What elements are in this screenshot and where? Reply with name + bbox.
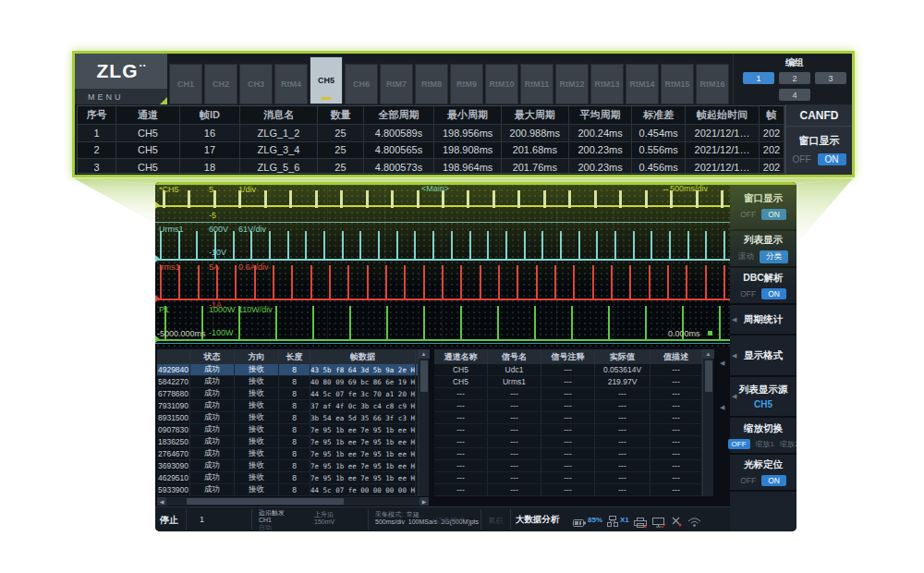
scroll-up-icon[interactable]: ▲	[703, 349, 714, 359]
tab-rtm16[interactable]: RtM16	[696, 64, 729, 104]
table-row[interactable]: 2764670成功接收87e 95 1b ee 7e 95 1b ee H	[157, 448, 429, 460]
tab-rtm4[interactable]: RtM4	[274, 64, 308, 104]
scroll-thumb[interactable]	[420, 360, 428, 392]
collapse-left-icon[interactable]: ◀	[720, 360, 724, 367]
tab-rtm9[interactable]: RtM9	[450, 64, 483, 104]
scroll-up-icon[interactable]: ▲	[419, 349, 430, 359]
table-cell: ---	[650, 436, 702, 447]
period-statistics-window: 序号通道帧ID消息名数量全部周期最小周期最大周期平均周期标准差帧起始时间帧 1C…	[75, 104, 852, 175]
toggle-option-OFF[interactable]: OFF	[740, 210, 756, 219]
toggle-option-ON[interactable]: ON	[761, 209, 786, 220]
run-state[interactable]: 停止	[160, 514, 178, 527]
table-row[interactable]: 3693090成功接收87e 95 1b ee 7e 95 1b ee H	[157, 460, 429, 472]
trigger-info[interactable]: 边沿触发 CH1 自动	[259, 509, 285, 531]
table-row[interactable]: ---------------	[434, 448, 713, 460]
tab-rtm7[interactable]: RtM7	[380, 64, 413, 104]
hscroll-track[interactable]	[166, 497, 419, 506]
table-cell: 18	[180, 159, 240, 174]
table-row[interactable]: ---------------	[434, 424, 713, 436]
scroll-left-icon[interactable]: ◀	[157, 497, 166, 506]
magnified-panel: ZLG·· MENU CH1CH2CH3RtM4CH5CH6RtM7RtM8Rt…	[72, 51, 855, 177]
table-row[interactable]: 7931090成功接收837 af 4f 0c 3b c4 c8 c9 H	[157, 400, 429, 412]
tab-ch3[interactable]: CH3	[239, 64, 273, 104]
table-row[interactable]: ---------------	[434, 388, 713, 400]
table-row[interactable]: 1836250成功接收87e 95 1b ee 7e 95 1b ee H	[157, 436, 429, 448]
table-row[interactable]: 3CH518ZLG_5_6254.800573s198.964ms201.76m…	[78, 158, 784, 174]
table-row[interactable]: ---------------	[434, 436, 713, 448]
frame-table-vscrollbar[interactable]: ▲	[418, 349, 429, 496]
sidebar-section-3[interactable]: DBC解析OFFON	[730, 268, 796, 305]
collapse-left-icon[interactable]: ◀	[720, 404, 724, 411]
toggle-option-ON[interactable]: ON	[761, 288, 786, 299]
column-header: 全部周期	[364, 106, 435, 124]
toggle-option-OFF[interactable]: OFF	[728, 439, 750, 449]
toggle-option-OFF[interactable]: OFF	[740, 289, 756, 299]
tab-rtm13[interactable]: RtM13	[590, 64, 624, 104]
tab-rtm12[interactable]: RtM12	[555, 64, 589, 104]
trace-edge-marker	[155, 335, 160, 343]
table-row[interactable]: ---------------	[434, 412, 713, 424]
trace-pulse	[323, 231, 325, 259]
table-row[interactable]: 5933900成功接收844 5c 07 fe 00 00 00 00 H	[157, 484, 429, 496]
tab-ch2[interactable]: CH2	[204, 64, 237, 104]
tab-ch1[interactable]: CH1	[169, 64, 202, 104]
waveform-area[interactable]: *CH551/div-5Urms1600V61V/div-10VIrms15A0…	[155, 182, 730, 347]
frame-table-hscrollbar[interactable]: ◀ ▶	[157, 497, 429, 506]
tab-rtm15[interactable]: RtM15	[661, 64, 694, 104]
signal-table-vscrollbar[interactable]: ▲	[702, 349, 713, 496]
tab-rtm11[interactable]: RtM11	[520, 64, 553, 104]
sidebar-section-6[interactable]: ◀列表显示源CH5	[730, 377, 796, 418]
group-button-2[interactable]: 2	[779, 72, 810, 84]
table-row[interactable]: 2CH517ZLG_3_4254.800565s198.908ms201.68m…	[78, 141, 784, 159]
table-row[interactable]: CH5Urms1---219.97V---	[434, 376, 713, 388]
bigdata-analysis-button[interactable]: 大数据分析	[516, 514, 560, 526]
off-option[interactable]: OFF	[793, 154, 811, 165]
tab-rtm10[interactable]: RtM10	[485, 64, 518, 104]
on-option[interactable]: ON	[818, 153, 846, 165]
scroll-thumb[interactable]	[705, 360, 712, 392]
zlg-logo: ZLG··	[75, 54, 167, 89]
tab-ch6[interactable]: CH6	[345, 64, 378, 104]
group-button-3[interactable]: 3	[815, 72, 846, 84]
trace-pulse	[432, 231, 434, 259]
group-button-1[interactable]: 1	[743, 72, 774, 84]
trace-edge-marker	[155, 201, 160, 209]
table-row[interactable]: 8931500成功接收83b 54 ea 5d 35 66 3f c3 H	[157, 412, 429, 424]
sidebar-section-4[interactable]: ◀周期统计	[730, 305, 796, 335]
table-row[interactable]: 0907830成功接收87e 95 1b ee 7e 95 1b ee H	[157, 424, 429, 436]
table-row[interactable]: CH5Udc1---0.053614V---	[434, 364, 713, 376]
toggle-option-ON[interactable]: ON	[761, 475, 786, 486]
trace-perdiv-label: 0.6A/div	[238, 262, 269, 272]
table-cell: ---	[595, 424, 650, 435]
toggle-option-OFF[interactable]: OFF	[740, 476, 756, 485]
sidebar-section-2[interactable]: 列表显示滚动分类	[730, 231, 796, 268]
sidebar-section-7[interactable]: 缩放切换OFF缩放1缩放2	[730, 418, 796, 455]
scroll-right-icon[interactable]: ▶	[419, 497, 429, 506]
table-row[interactable]: 4629510成功接收87e 95 1b ee 7e 95 1b ee H	[157, 472, 429, 484]
menu-button[interactable]: MENU	[75, 89, 167, 104]
tab-rtm8[interactable]: RtM8	[415, 64, 448, 104]
tab-rtm14[interactable]: RtM14	[626, 64, 659, 104]
table-cell: 成功	[190, 388, 235, 399]
toggle-option-滚动[interactable]: 滚动	[738, 251, 754, 262]
table-row[interactable]: 6778680成功接收844 5c 07 fe 3c 70 a1 20 H	[157, 388, 429, 400]
toggle-option-分类[interactable]: 分类	[760, 250, 788, 263]
sidebar-menu: 窗口显示OFFON列表显示滚动分类DBC解析OFFON◀周期统计◀显示格式◀列表…	[730, 182, 796, 531]
table-row[interactable]: ---------------	[434, 484, 713, 496]
toggle-option-缩放2[interactable]: 缩放2	[780, 439, 796, 449]
table-cell: 接收	[235, 400, 279, 411]
table-row[interactable]: ---------------	[434, 460, 713, 472]
toggle-option-缩放1[interactable]: 缩放1	[756, 439, 774, 449]
table-row[interactable]: 5842270成功接收840 80 09 69 bc 86 6e 19 H	[157, 376, 429, 388]
column-header: 值描述	[650, 349, 702, 364]
table-row[interactable]: ---------------	[434, 400, 713, 412]
sidebar-section-1[interactable]: 窗口显示OFFON	[730, 182, 796, 231]
sidebar-section-8[interactable]: 光标定位OFFON	[730, 455, 796, 492]
sidebar-section-5[interactable]: ◀显示格式	[730, 335, 796, 377]
hscroll-thumb[interactable]	[187, 498, 344, 505]
group-button-4[interactable]: 4	[779, 89, 810, 101]
tab-ch5[interactable]: CH5	[310, 56, 343, 104]
table-row[interactable]: 1CH516ZLG_1_2254.800589s198.956ms200.988…	[78, 124, 784, 141]
table-row[interactable]: 4929840成功接收843 5b f8 64 3d 5b 9a 2e H	[157, 364, 429, 376]
table-row[interactable]: ---------------	[434, 472, 713, 484]
